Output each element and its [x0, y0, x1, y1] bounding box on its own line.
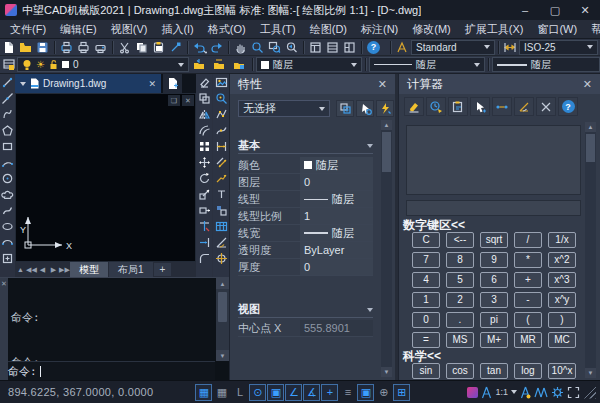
line-icon[interactable]	[0, 74, 15, 90]
menu-tools[interactable]: 工具(T)	[253, 20, 303, 39]
erase-icon[interactable]	[197, 74, 212, 90]
polyline-icon[interactable]	[0, 106, 15, 122]
tab-layout1[interactable]: 布局1	[109, 262, 153, 278]
section-basic[interactable]: 基本	[238, 138, 373, 154]
distance-icon[interactable]	[492, 97, 512, 116]
scroll-thumb[interactable]	[382, 132, 391, 172]
zoom-realtime-icon[interactable]	[249, 40, 266, 55]
prop-value[interactable]: 随层	[300, 157, 373, 173]
polar-toggle-icon[interactable]: ⊙	[249, 384, 266, 401]
new-document-button[interactable]	[163, 74, 182, 93]
scale-dropdown-icon[interactable]	[511, 390, 517, 394]
mirror-icon[interactable]	[197, 106, 212, 122]
properties-scrollbar[interactable]: ▲ ▼	[381, 120, 392, 377]
tab-last-icon[interactable]: ▶▶	[59, 266, 70, 274]
prop-row-linetype-scale[interactable]: 线型比例 1	[238, 208, 373, 225]
dynamic-input-toggle-icon[interactable]: +	[321, 384, 338, 401]
calculator-input[interactable]	[406, 200, 581, 216]
scroll-thumb[interactable]	[586, 134, 595, 162]
prop-value[interactable]: 随层	[300, 225, 373, 241]
key-cube[interactable]: x^3	[548, 272, 576, 288]
fillet-icon[interactable]	[197, 250, 212, 266]
key-backspace[interactable]: <--	[446, 232, 474, 248]
ortho-toggle-icon[interactable]: L	[231, 384, 248, 401]
prop-value[interactable]: 0	[300, 259, 373, 275]
design-center-icon[interactable]	[341, 40, 358, 55]
key-0[interactable]: 0	[412, 312, 440, 328]
drawing-canvas[interactable]: ❏ ✕ Y X	[15, 93, 196, 262]
lineweight-combo[interactable]: 随层	[492, 57, 600, 72]
prop-value[interactable]: 1	[300, 208, 373, 224]
layer-previous-icon[interactable]	[209, 57, 229, 72]
text-style-icon[interactable]	[394, 40, 411, 55]
key-divide[interactable]: /	[514, 232, 542, 248]
key-close-paren[interactable]: )	[548, 312, 576, 328]
scroll-down-icon[interactable]: ▼	[585, 368, 596, 378]
key-square[interactable]: x^2	[548, 252, 576, 268]
key-pi[interactable]: pi	[480, 312, 508, 328]
key-mplus[interactable]: M+	[480, 332, 508, 348]
scroll-thumb[interactable]	[218, 292, 227, 322]
key-3[interactable]: 3	[480, 292, 508, 308]
plot-icon[interactable]	[75, 40, 92, 55]
match-properties-icon[interactable]	[167, 40, 184, 55]
ellipse-arc-icon[interactable]	[0, 234, 15, 250]
prop-row-center-x[interactable]: 中心点 X 555.8901	[238, 320, 373, 337]
key-8[interactable]: 8	[446, 252, 474, 268]
resize-grip[interactable]	[583, 386, 596, 399]
command-scrollbar[interactable]: ▲ ▼	[216, 278, 229, 361]
scroll-down-icon[interactable]: ▼	[381, 367, 392, 377]
scroll-up-icon[interactable]: ▲	[585, 122, 596, 132]
lineweight-toggle-icon[interactable]: ≡	[339, 384, 356, 401]
qleader-icon[interactable]	[214, 170, 229, 186]
array-icon[interactable]	[197, 138, 212, 154]
key-5[interactable]: 5	[446, 272, 474, 288]
dim-style-combo[interactable]: ISO-25	[519, 40, 598, 55]
calculator-history-display[interactable]	[406, 125, 581, 195]
zoom-object-icon[interactable]	[214, 90, 229, 106]
undo-icon[interactable]	[191, 40, 208, 55]
angle-snap-toggle-icon[interactable]: ∠	[285, 384, 302, 401]
menu-draw[interactable]: 绘图(D)	[303, 20, 354, 39]
prop-row-thickness[interactable]: 厚度 0	[238, 259, 373, 276]
key-mr[interactable]: MR	[514, 332, 542, 348]
xline-icon[interactable]	[0, 90, 15, 106]
circle-icon[interactable]	[0, 170, 15, 186]
zoom-previous-icon[interactable]	[283, 40, 300, 55]
prop-row-linetype[interactable]: 线型 随层	[238, 191, 373, 208]
menu-edit[interactable]: 编辑(E)	[53, 20, 104, 39]
maximize-button[interactable]: ▢	[540, 0, 570, 20]
close-calculator-icon[interactable]: ✕	[583, 78, 592, 91]
plot-preview-icon[interactable]	[58, 40, 75, 55]
angle-icon[interactable]	[514, 97, 534, 116]
prop-row-transparency[interactable]: 透明度 ByLayer	[238, 242, 373, 259]
quick-properties-toggle-icon[interactable]: ⊞	[393, 384, 410, 401]
copy-icon[interactable]	[133, 40, 150, 55]
key-plus[interactable]: +	[514, 272, 542, 288]
polyline-edit-icon[interactable]	[214, 106, 229, 122]
minimize-button[interactable]: –	[510, 0, 540, 20]
rectangle-icon[interactable]	[0, 138, 15, 154]
tab-first-icon[interactable]: ◀◀	[26, 266, 37, 274]
calculator-scrollbar[interactable]: ▲ ▼	[585, 122, 596, 378]
key-inverse[interactable]: 1/x	[548, 232, 576, 248]
prop-value[interactable]: ByLayer	[300, 242, 373, 258]
annotation-scale-icon[interactable]	[481, 386, 492, 399]
dim-aligned-icon[interactable]	[214, 154, 229, 170]
tab-list-caret-icon[interactable]	[20, 82, 26, 86]
key-tan[interactable]: tan	[480, 363, 508, 379]
settings-gear-icon[interactable]	[551, 386, 564, 399]
spline-edit-icon[interactable]	[214, 122, 229, 138]
paste-icon[interactable]	[150, 40, 167, 55]
key-2[interactable]: 2	[446, 292, 474, 308]
menu-insert[interactable]: 插入(I)	[154, 20, 200, 39]
offset-icon[interactable]	[197, 122, 212, 138]
prop-row-lineweight[interactable]: 线宽 随层	[238, 225, 373, 242]
block-edit-icon[interactable]	[214, 202, 229, 218]
trim-icon[interactable]	[197, 218, 212, 234]
menu-file[interactable]: 文件(F)	[3, 20, 53, 39]
key-multiply[interactable]: *	[514, 252, 542, 268]
model-space-toggle-icon[interactable]: ▣	[357, 384, 374, 401]
close-tab-icon[interactable]: ✕	[148, 79, 156, 89]
menu-window[interactable]: 窗口(W)	[530, 20, 584, 39]
